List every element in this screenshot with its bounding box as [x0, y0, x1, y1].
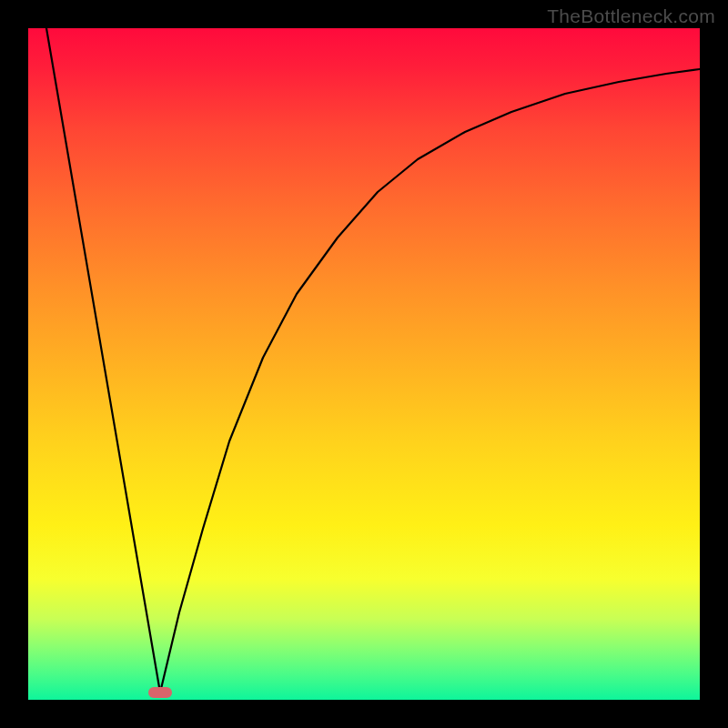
curve-left-segment — [46, 28, 160, 693]
vertex-marker — [148, 687, 172, 698]
curve-svg — [28, 28, 700, 700]
chart-frame: TheBottleneck.com — [0, 0, 728, 728]
plot-area — [28, 28, 700, 700]
curve-right-segment — [160, 69, 700, 693]
watermark-text: TheBottleneck.com — [547, 5, 715, 27]
